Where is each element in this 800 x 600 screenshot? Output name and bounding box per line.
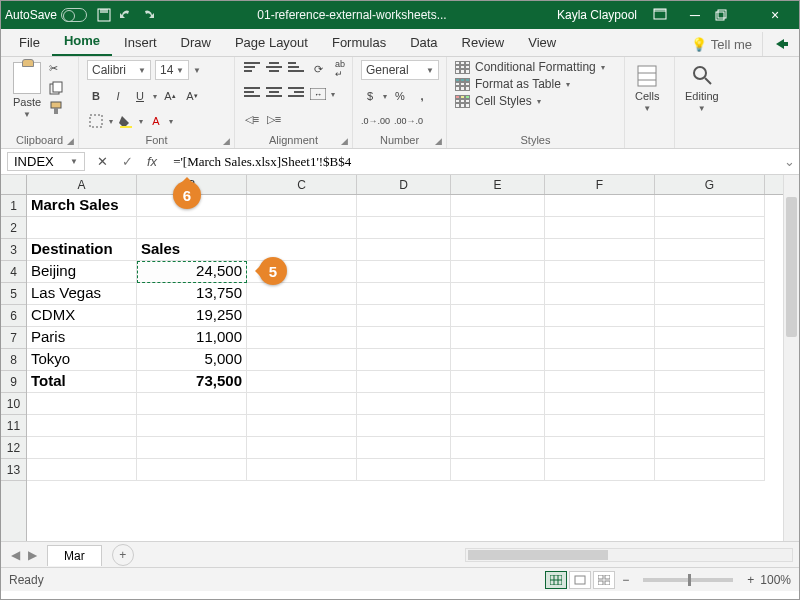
cell[interactable]: 73,500: [137, 371, 247, 393]
worksheet-grid[interactable]: A B C D E F G 12345678910111213 March Sa…: [1, 175, 799, 541]
cell[interactable]: March Sales: [27, 195, 137, 217]
editing-button[interactable]: Editing▼: [683, 60, 721, 117]
row-header[interactable]: 12: [1, 437, 26, 459]
align-top-icon[interactable]: [243, 60, 261, 78]
vertical-scrollbar[interactable]: [783, 175, 799, 541]
chevron-left-icon[interactable]: ◀: [11, 548, 20, 562]
font-size-selector[interactable]: 14▼: [155, 60, 189, 80]
cell[interactable]: [27, 393, 137, 415]
cell[interactable]: Sales: [137, 239, 247, 261]
cell[interactable]: [451, 217, 545, 239]
cell[interactable]: [451, 327, 545, 349]
cell[interactable]: [655, 437, 765, 459]
row-header[interactable]: 5: [1, 283, 26, 305]
row-header[interactable]: 8: [1, 349, 26, 371]
cell[interactable]: [357, 437, 451, 459]
autosave-toggle[interactable]: AutoSave: [5, 8, 87, 22]
underline-button[interactable]: U: [131, 87, 149, 105]
cell[interactable]: [655, 261, 765, 283]
tab-insert[interactable]: Insert: [112, 31, 169, 56]
col-header-g[interactable]: G: [655, 175, 765, 194]
row-header[interactable]: 6: [1, 305, 26, 327]
new-sheet-button[interactable]: +: [112, 544, 134, 566]
tab-draw[interactable]: Draw: [169, 31, 223, 56]
cell[interactable]: [357, 283, 451, 305]
cell[interactable]: [357, 371, 451, 393]
slider-handle[interactable]: [688, 574, 691, 586]
cell[interactable]: [357, 327, 451, 349]
cell[interactable]: [545, 195, 655, 217]
row-header[interactable]: 11: [1, 415, 26, 437]
increase-indent-icon[interactable]: ▷≡: [265, 110, 283, 128]
chevron-right-icon[interactable]: ▶: [28, 548, 37, 562]
cell[interactable]: 5,000: [137, 349, 247, 371]
cell[interactable]: [655, 327, 765, 349]
cell[interactable]: [357, 239, 451, 261]
cell[interactable]: Total: [27, 371, 137, 393]
ribbon-display-icon[interactable]: [653, 8, 667, 22]
col-header-c[interactable]: C: [247, 175, 357, 194]
page-break-view-button[interactable]: [593, 571, 615, 589]
close-button[interactable]: ×: [755, 7, 795, 23]
accounting-format-icon[interactable]: $: [361, 87, 379, 105]
cell[interactable]: [247, 415, 357, 437]
format-as-table-button[interactable]: Format as Table▾: [455, 77, 605, 91]
cell[interactable]: [655, 283, 765, 305]
zoom-level[interactable]: 100%: [760, 573, 791, 587]
cell[interactable]: [137, 415, 247, 437]
undo-icon[interactable]: [119, 8, 133, 22]
decrease-decimal-icon[interactable]: .00→.0: [394, 112, 423, 130]
cell[interactable]: [545, 393, 655, 415]
cell[interactable]: [545, 239, 655, 261]
fx-icon[interactable]: fx: [147, 154, 157, 169]
cell[interactable]: [655, 217, 765, 239]
align-left-icon[interactable]: [243, 85, 261, 103]
cell[interactable]: [357, 393, 451, 415]
wrap-text-icon[interactable]: ab↵: [331, 60, 349, 78]
row-header[interactable]: 1: [1, 195, 26, 217]
cell[interactable]: [357, 459, 451, 481]
row-header[interactable]: 10: [1, 393, 26, 415]
cell[interactable]: [451, 415, 545, 437]
cell[interactable]: [27, 437, 137, 459]
cell[interactable]: [655, 415, 765, 437]
cell[interactable]: [451, 349, 545, 371]
cell[interactable]: [545, 459, 655, 481]
cell[interactable]: [451, 195, 545, 217]
column-headers[interactable]: A B C D E F G: [27, 175, 783, 195]
dialog-launcher-icon[interactable]: ◢: [67, 136, 74, 146]
chevron-down-icon[interactable]: ▼: [193, 66, 201, 75]
row-header[interactable]: 4: [1, 261, 26, 283]
cell[interactable]: [357, 195, 451, 217]
bold-button[interactable]: B: [87, 87, 105, 105]
dialog-launcher-icon[interactable]: ◢: [341, 136, 348, 146]
borders-icon[interactable]: [87, 112, 105, 130]
cell[interactable]: [545, 437, 655, 459]
tell-me[interactable]: 💡Tell me: [681, 33, 762, 56]
cell[interactable]: [247, 217, 357, 239]
align-bottom-icon[interactable]: [287, 60, 305, 78]
cell[interactable]: [655, 239, 765, 261]
row-headers[interactable]: 12345678910111213: [1, 195, 27, 541]
cell[interactable]: [247, 239, 357, 261]
cell[interactable]: [451, 239, 545, 261]
cell[interactable]: [137, 459, 247, 481]
scrollbar-thumb[interactable]: [468, 550, 608, 560]
cut-icon[interactable]: ✂: [49, 62, 63, 75]
cell-styles-button[interactable]: Cell Styles▾: [455, 94, 605, 108]
cell[interactable]: [545, 283, 655, 305]
cell[interactable]: [545, 349, 655, 371]
align-right-icon[interactable]: [287, 85, 305, 103]
scrollbar-thumb[interactable]: [786, 197, 797, 337]
normal-view-button[interactable]: [545, 571, 567, 589]
cell[interactable]: [357, 349, 451, 371]
cell[interactable]: [137, 217, 247, 239]
cell[interactable]: 13,750: [137, 283, 247, 305]
sheet-nav[interactable]: ◀▶: [1, 548, 47, 562]
tab-file[interactable]: File: [7, 31, 52, 56]
cell[interactable]: [655, 349, 765, 371]
minimize-button[interactable]: ─: [675, 7, 715, 23]
cell[interactable]: [247, 371, 357, 393]
align-center-icon[interactable]: [265, 85, 283, 103]
conditional-formatting-button[interactable]: Conditional Formatting▾: [455, 60, 605, 74]
